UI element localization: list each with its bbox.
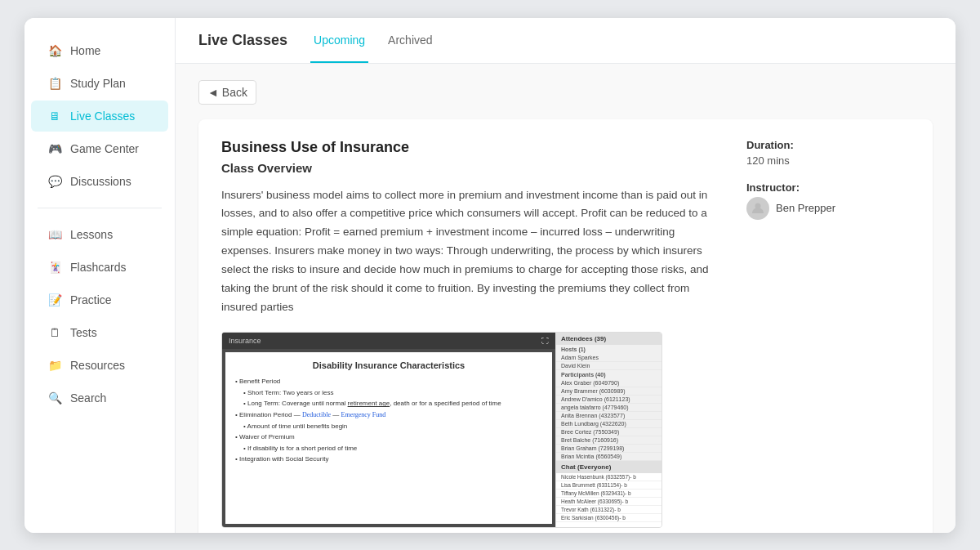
slide-bullet-6: • Waiver of Premium (235, 432, 542, 441)
chat-5: Trevor Kath (6131322)- b (556, 506, 662, 514)
back-button[interactable]: ◄ Back (198, 80, 256, 105)
header: Live Classes Upcoming Archived (176, 18, 956, 64)
sidebar-item-label: Study Plan (70, 77, 126, 90)
sidebar-item-label: Tests (70, 326, 97, 339)
content-area: ◄ Back Business Use of Insurance Class O… (176, 64, 956, 533)
sidebar-item-lessons[interactable]: 📖 Lessons (31, 219, 168, 250)
sidebar-item-discussions[interactable]: 💬 Discussions (31, 166, 168, 197)
sidebar-item-search[interactable]: 🔍 Search (31, 382, 168, 414)
sidebar-item-label: Home (70, 44, 100, 57)
instructor-row: Ben Prepper (746, 197, 910, 220)
sidebar-item-label: Flashcards (70, 261, 126, 274)
tests-icon: 🗒 (47, 325, 62, 340)
sidebar-item-game-center[interactable]: 🎮 Game Center (31, 133, 168, 164)
attendee-6: Beth Lundbarg (4322620) (556, 420, 662, 428)
chat-2: Lisa Brummett (6331154)- b (556, 481, 662, 490)
slide-bullet-5: • Amount of time until benefits begin (243, 422, 542, 431)
sidebar-item-live-classes[interactable]: 🖥 Live Classes (31, 101, 168, 132)
sidebar-item-label: Live Classes (70, 110, 135, 123)
class-subtitle: Class Overview (221, 161, 714, 175)
attendee-8: Bret Balche (7160916) (556, 436, 662, 445)
chat-6: Eric Sarkisian (6300456)- b (556, 514, 662, 522)
sidebar-item-home[interactable]: 🏠 Home (31, 35, 168, 66)
slide-bullet-8: • Integration with Social Security (235, 454, 542, 463)
chat-4: Heath McAleer (6330695)- b (556, 498, 662, 506)
sidebar-item-label: Game Center (70, 142, 139, 155)
chat-3: Tiffany McMillen (6329431)- b (556, 490, 662, 498)
tab-upcoming[interactable]: Upcoming (310, 19, 368, 63)
attendees-panel: Attendees (39) Hosts (1) Adam Sparkes Da… (555, 333, 662, 527)
chat-header: Chat (Everyone) (556, 461, 662, 473)
attendee-5: Anita Brennan (4323577) (556, 412, 662, 420)
discussions-icon: 💬 (47, 174, 62, 189)
slide-bullet-4: • Elimination Period — Deductible — Emer… (235, 410, 542, 419)
slide-bullet-1: • Benefit Period (235, 377, 542, 386)
chat-panel: Chat (Everyone) Nicole Hasenbunk (633255… (556, 461, 662, 527)
webinar-screenshot: Insurance ⛶ Disability Insurance Charact… (221, 332, 662, 528)
tab-archived[interactable]: Archived (385, 19, 435, 63)
sidebar: 🏠 Home 📋 Study Plan 🖥 Live Classes 🎮 Gam… (24, 18, 176, 533)
back-arrow-icon: ◄ (207, 86, 219, 99)
host-david: David Klein (556, 362, 662, 370)
slide-bullet-7: • If disability is for a short period of… (243, 444, 542, 453)
resources-icon: 📁 (47, 358, 62, 373)
content-layout: Business Use of Insurance Class Overview… (221, 139, 910, 529)
chat-1: Nicole Hasenbunk (6332557)- b (556, 473, 662, 481)
attendees-header: Attendees (39) (556, 333, 662, 345)
sidebar-item-label: Resources (70, 359, 125, 372)
class-description: Insurers' business model aims to collect… (221, 186, 714, 318)
attendee-2: Amy Brammer (6030989) (556, 387, 662, 396)
sidebar-item-label: Search (70, 391, 106, 405)
participants-section: Participants (40) (556, 370, 662, 379)
sidebar-item-label: Practice (70, 293, 112, 306)
person-icon (751, 202, 764, 215)
webinar-main: Insurance ⛶ Disability Insurance Charact… (222, 333, 555, 527)
attendee-1: Alex Graber (6049790) (556, 379, 662, 387)
attendee-4: angela talafarro (4779460) (556, 404, 662, 412)
game-center-icon: 🎮 (47, 141, 62, 156)
attendee-10: Brian Mcintia (6560549) (556, 453, 662, 461)
sidebar-item-label: Lessons (70, 228, 113, 241)
sidebar-item-practice[interactable]: 📝 Practice (31, 284, 168, 315)
sidebar-item-study-plan[interactable]: 📋 Study Plan (31, 68, 168, 99)
live-classes-icon: 🖥 (47, 109, 62, 123)
attendee-7: Bree Cortez (7550349) (556, 428, 662, 436)
hosts-section: Hosts (1) (556, 345, 662, 354)
sidebar-item-tests[interactable]: 🗒 Tests (31, 317, 168, 348)
slide-bullet-3: • Long Term: Coverage until normal retir… (243, 399, 542, 408)
duration-label: Duration: (746, 139, 910, 151)
home-icon: 🏠 (47, 43, 62, 58)
sidebar-item-resources[interactable]: 📁 Resources (31, 350, 168, 381)
search-icon: 🔍 (47, 391, 62, 405)
instructor-name: Ben Prepper (776, 202, 835, 214)
sidebar-item-flashcards[interactable]: 🃏 Flashcards (31, 252, 168, 283)
content-main: Business Use of Insurance Class Overview… (221, 139, 714, 529)
webinar-slide: Disability Insurance Characteristics • B… (225, 352, 552, 524)
sidebar-divider (38, 208, 162, 208)
app-container: 🏠 Home 📋 Study Plan 🖥 Live Classes 🎮 Gam… (24, 18, 956, 533)
host-adam: Adam Sparkes (556, 354, 662, 362)
webinar-label: Insurance (229, 337, 261, 345)
expand-icon: ⛶ (541, 337, 549, 345)
page-title: Live Classes (198, 32, 287, 49)
sidebar-item-label: Discussions (70, 175, 131, 188)
main-content: Live Classes Upcoming Archived ◄ Back Bu… (176, 18, 956, 533)
slide-bullet-2: • Short Term: Two years or less (243, 388, 542, 397)
lessons-icon: 📖 (47, 227, 62, 242)
flashcards-icon: 🃏 (47, 260, 62, 275)
class-detail-card: Business Use of Insurance Class Overview… (198, 119, 933, 533)
attendee-3: Andrew D'amico (6121123) (556, 396, 662, 404)
webinar-topbar: Insurance ⛶ (222, 333, 555, 349)
study-plan-icon: 📋 (47, 76, 62, 91)
duration-value: 120 mins (746, 154, 910, 167)
practice-icon: 📝 (47, 293, 62, 307)
back-label: Back (222, 86, 247, 99)
instructor-avatar (746, 197, 769, 220)
slide-title: Disability Insurance Characteristics (235, 360, 542, 370)
instructor-label: Instructor: (746, 181, 910, 194)
class-meta-sidebar: Duration: 120 mins Instructor: Ben Prepp… (746, 139, 910, 529)
attendee-9: Brian Graham (7299198) (556, 445, 662, 453)
class-title: Business Use of Insurance (221, 139, 714, 156)
